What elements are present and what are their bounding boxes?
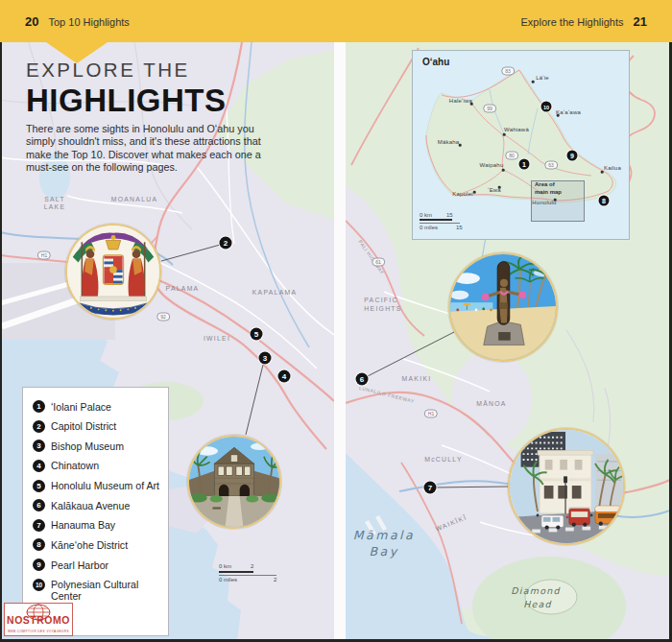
header-left: 20 Top 10 Highlights <box>25 14 130 29</box>
highlight-item: 10Polynesian Cultural Center <box>33 579 162 603</box>
photo-bishop-museum <box>187 435 281 529</box>
highlight-number: 5 <box>33 480 45 492</box>
highlight-number: 10 <box>33 579 45 591</box>
scale-mi-bar <box>219 575 276 576</box>
highlight-item: 9Pearl Harbor <box>33 559 162 571</box>
highlights-list: 1ʻIolani Palace2Capitol District3Bishop … <box>22 387 169 636</box>
left-page-number: 20 <box>25 14 38 29</box>
highlight-item: 3Bishop Museum <box>33 440 162 452</box>
scale-km-bar <box>219 571 253 573</box>
highlight-number: 8 <box>33 538 45 551</box>
highlight-number: 9 <box>33 559 45 571</box>
book-spread: Oʻahu Area of main map LāʻieHaleʻiwaKaʻa… <box>0 0 672 642</box>
right-page-number: 21 <box>634 14 647 29</box>
photo-royal-coat-of-arms-seal <box>65 224 161 320</box>
scale-zero-mi: 0 miles <box>219 577 237 583</box>
scale-max-mi: 2 <box>274 577 276 583</box>
highlight-number: 6 <box>33 499 45 511</box>
watermark-name: NOSTROMO <box>5 614 72 626</box>
page-header: 20 Top 10 Highlights Explore the Highlig… <box>0 0 672 42</box>
highlight-label: ʻIolani Palace <box>51 400 111 413</box>
right-section-title: Explore the Highlights <box>521 16 624 28</box>
photo-duke-kahanamoku-statue <box>448 252 558 362</box>
highlight-number: 4 <box>33 460 45 472</box>
highlight-label: Capitol District <box>51 420 116 433</box>
highlight-item: 8Kāneʻohe District <box>33 538 162 551</box>
highlight-item: 4Chinatown <box>33 460 162 472</box>
page-title: EXPLORE THE HIGHLIGHTS <box>26 59 227 119</box>
intro-paragraph: There are some sights in Honolulu and Oʻ… <box>26 123 276 175</box>
scale-max-km: 2 <box>251 563 253 569</box>
highlight-item: 5Honolulu Museum of Art <box>33 480 162 492</box>
highlight-item: 1ʻIolani Palace <box>33 400 162 413</box>
highlight-label: Hanauma Bay <box>51 519 115 532</box>
highlight-label: Polynesian Cultural Center <box>51 579 162 603</box>
photo-kalakaua-avenue-street <box>508 428 625 545</box>
highlight-item: 2Capitol District <box>33 420 162 433</box>
scale-zero-km: 0 km <box>219 563 231 569</box>
watermark-subtitle: WEB COMPTOIR DES VOYAGEURS <box>5 630 72 633</box>
highlight-label: Pearl Harbor <box>51 559 108 571</box>
highlight-label: Kāneʻohe District <box>51 538 128 551</box>
header-right: Explore the Highlights 21 <box>521 14 647 29</box>
highlight-label: Chinatown <box>51 460 99 472</box>
highlight-number: 3 <box>33 440 45 452</box>
highlight-number: 1 <box>33 400 45 413</box>
highlight-label: Honolulu Museum of Art <box>51 480 159 492</box>
highlight-item: 7Hanauma Bay <box>33 519 162 532</box>
page-edge-left <box>0 42 2 642</box>
highlight-label: Kalākaua Avenue <box>51 499 130 511</box>
watermark-stamp: NOSTROMO WEB COMPTOIR DES VOYAGEURS <box>4 603 73 636</box>
left-section-title: Top 10 Highlights <box>48 16 129 28</box>
highlight-number: 7 <box>33 519 45 532</box>
page-title-line2: HIGHLIGHTS <box>26 83 227 119</box>
header-notch <box>46 42 108 63</box>
highlight-label: Bishop Museum <box>51 440 124 452</box>
highlight-number: 2 <box>33 420 45 433</box>
highlight-item: 6Kalākaua Avenue <box>33 499 162 511</box>
